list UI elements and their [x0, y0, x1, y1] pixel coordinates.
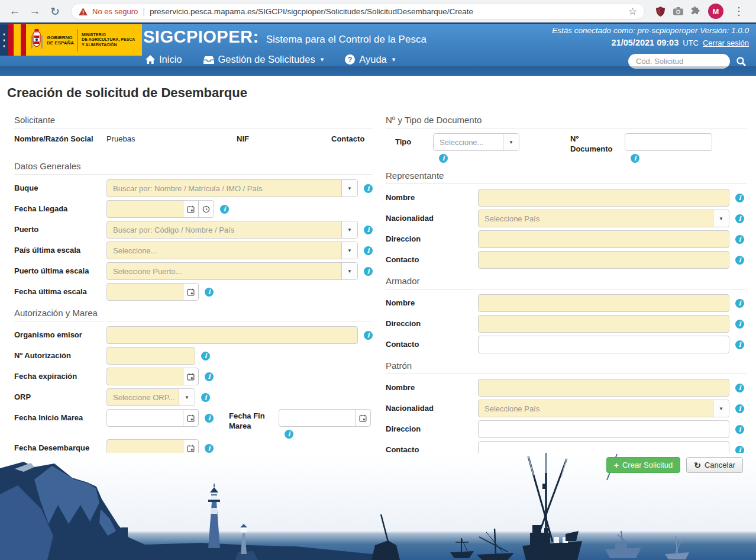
nav-inicio-label: Inicio — [159, 54, 182, 65]
camera-icon[interactable] — [673, 7, 683, 15]
info-icon[interactable]: i — [205, 444, 214, 453]
puerto-select[interactable]: Buscar por: Código / Nombre / País ▼ — [106, 221, 358, 239]
chevron-down-icon[interactable]: ▼ — [179, 389, 195, 405]
info-icon[interactable]: i — [735, 384, 744, 392]
buque-select[interactable]: Buscar por: Nombre / Matrícula / IMO / P… — [106, 179, 358, 197]
info-icon[interactable]: i — [364, 246, 373, 255]
forward-icon[interactable]: → — [27, 5, 43, 18]
fecha-llegada-row: Fecha Llegada i — [7, 200, 373, 218]
armador-contacto-row: Contacto i — [379, 336, 747, 353]
info-icon[interactable]: i — [735, 256, 744, 265]
main-nav: Inicio Gestión de Solicitudes ▾ ? Ayuda … — [146, 54, 395, 65]
info-icon[interactable]: i — [364, 267, 373, 276]
representante-nombre-input[interactable] — [478, 189, 729, 207]
calendar-icon[interactable] — [183, 200, 199, 218]
patron-direccion-input[interactable] — [478, 420, 729, 438]
num-autorizacion-input[interactable] — [106, 347, 195, 365]
numero-documento-input[interactable] — [625, 133, 712, 151]
info-icon[interactable]: i — [364, 184, 373, 193]
info-icon[interactable]: i — [364, 331, 373, 340]
representante-contacto-input[interactable] — [478, 251, 729, 269]
info-icon[interactable]: i — [631, 154, 639, 163]
nav-item-gestion-solicitudes[interactable]: Gestión de Solicitudes ▾ — [203, 54, 324, 65]
address-bar[interactable]: No es seguro | preservicio.pesca.mapama.… — [71, 3, 645, 20]
info-icon[interactable]: i — [364, 226, 373, 234]
extensions-puzzle-icon[interactable] — [691, 7, 700, 16]
adblock-shield-icon[interactable] — [655, 7, 665, 17]
organismo-emisor-input[interactable] — [106, 326, 358, 344]
crear-solicitud-button[interactable]: + Crear Solicitud — [606, 457, 680, 473]
calendar-icon[interactable] — [183, 368, 199, 385]
coat-of-arms-icon — [30, 28, 43, 52]
fecha-expiracion-input[interactable] — [106, 368, 183, 385]
chevron-down-icon[interactable]: ▼ — [341, 221, 357, 238]
info-icon[interactable]: i — [735, 340, 744, 349]
patron-nacionalidad-label: Nacionalidad — [386, 400, 478, 413]
chevron-down-icon[interactable]: ▼ — [503, 134, 519, 150]
reload-icon[interactable]: ↻ — [47, 5, 63, 18]
browser-menu-icon[interactable]: ⋮ — [731, 5, 747, 18]
star-icon: ★ — [2, 33, 5, 36]
info-icon[interactable]: i — [201, 352, 210, 361]
url-text[interactable]: preservicio.pesca.mapama.es/SIGCPI/sigcp… — [150, 7, 623, 16]
profile-avatar[interactable]: M — [708, 4, 723, 19]
chevron-down-icon[interactable]: ▼ — [341, 180, 357, 197]
info-icon[interactable]: i — [205, 414, 214, 423]
calendar-icon[interactable] — [183, 409, 199, 427]
info-icon[interactable]: i — [285, 430, 293, 439]
patron-nacionalidad-select[interactable]: Seleccione País ▼ — [478, 400, 729, 417]
puerto-ultima-escala-value: Seleccione Puerto... — [107, 263, 341, 279]
info-icon[interactable]: i — [735, 214, 744, 223]
calendar-icon[interactable] — [355, 409, 371, 427]
fecha-ultima-escala-input[interactable] — [106, 283, 183, 301]
representante-direccion-input[interactable] — [478, 230, 729, 248]
chevron-down-icon[interactable]: ▼ — [341, 242, 357, 259]
chevron-down-icon[interactable]: ▼ — [341, 263, 357, 279]
armador-direccion-input[interactable] — [478, 315, 729, 333]
tipo-select[interactable]: Seleccione... ▼ — [433, 133, 519, 151]
patron-nacionalidad-value: Seleccione País — [479, 400, 713, 417]
nav-item-inicio[interactable]: Inicio — [146, 54, 182, 65]
info-icon[interactable]: i — [205, 372, 214, 381]
warning-icon — [79, 8, 88, 15]
fecha-inicio-marea-input[interactable] — [106, 409, 183, 427]
caret-glyph: ▼ — [509, 140, 513, 145]
info-icon[interactable]: i — [201, 393, 210, 402]
info-icon[interactable]: i — [439, 154, 448, 163]
gobierno-logo[interactable]: ★ ★ ★ GOBIERNO DE ESPAÑA MINISTERI — [0, 24, 142, 56]
browser-toolbar: ← → ↻ No es seguro | preservicio.pesca.m… — [0, 0, 756, 22]
info-icon[interactable]: i — [735, 194, 744, 202]
representante-nacionalidad-select[interactable]: Seleccione País ▼ — [478, 210, 729, 227]
caret-glyph: ▼ — [719, 406, 723, 411]
clock-icon[interactable] — [198, 200, 214, 218]
info-icon[interactable]: i — [735, 425, 744, 434]
ministry-logo-box: GOBIERNO DE ESPAÑA MINISTERIO DE AGRICUL… — [26, 24, 142, 56]
armador-contacto-input[interactable] — [478, 336, 729, 353]
info-icon[interactable]: i — [735, 320, 744, 329]
armador-nombre-input[interactable] — [478, 294, 729, 312]
info-icon[interactable]: i — [735, 235, 744, 244]
puerto-ultima-escala-select[interactable]: Seleccione Puerto... ▼ — [106, 262, 358, 280]
url-divider: | — [143, 7, 145, 16]
patron-nombre-input[interactable] — [478, 379, 729, 397]
fecha-llegada-input[interactable] — [106, 200, 183, 218]
security-warning[interactable]: No es seguro — [92, 7, 138, 16]
back-icon[interactable]: ← — [7, 5, 22, 18]
bookmark-star-icon[interactable]: ☆ — [628, 5, 637, 18]
chevron-down-icon[interactable]: ▼ — [713, 210, 729, 227]
logout-link[interactable]: Cerrar sesión — [703, 38, 749, 47]
pais-ultima-escala-select[interactable]: Seleccione... ▼ — [106, 242, 358, 259]
info-icon[interactable]: i — [220, 205, 229, 214]
info-icon[interactable]: i — [735, 404, 744, 413]
orp-select[interactable]: Seleccione ORP... ▼ — [106, 388, 195, 406]
nav-item-ayuda[interactable]: ? Ayuda ▾ — [345, 54, 395, 65]
fecha-fin-marea-input[interactable] — [279, 409, 356, 427]
chevron-down-icon[interactable]: ▼ — [713, 400, 729, 417]
buque-placeholder: Buscar por: Nombre / Matrícula / IMO / P… — [107, 180, 341, 197]
cancelar-button[interactable]: ↻ Cancelar — [686, 457, 743, 473]
info-icon[interactable]: i — [735, 299, 744, 308]
calendar-icon[interactable] — [183, 283, 199, 301]
spain-flag-red — [8, 24, 14, 56]
info-icon[interactable]: i — [205, 288, 214, 297]
search-icon[interactable] — [736, 56, 747, 67]
